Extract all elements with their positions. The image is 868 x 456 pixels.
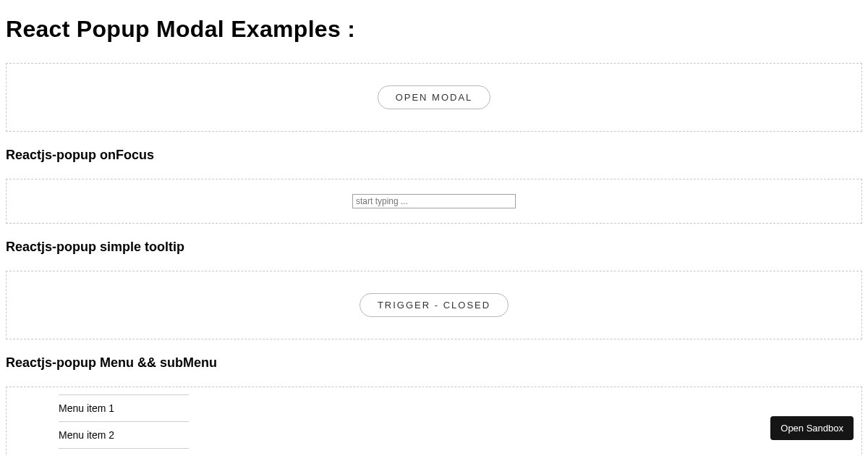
page-title: React Popup Modal Examples : (6, 16, 862, 43)
onfocus-heading: Reactjs-popup onFocus (6, 148, 862, 163)
menu-item[interactable]: Menu item 1 (59, 394, 189, 422)
onfocus-input[interactable] (352, 194, 516, 208)
menu-heading: Reactjs-popup Menu && subMenu (6, 355, 862, 371)
modal-example-box: OPEN MODAL (6, 63, 862, 132)
tooltip-heading: Reactjs-popup simple tooltip (6, 240, 862, 255)
open-modal-button[interactable]: OPEN MODAL (378, 85, 491, 109)
menu-item[interactable]: Menu item 3 (59, 449, 189, 456)
open-sandbox-button[interactable]: Open Sandbox (770, 416, 854, 440)
tooltip-example-box: TRIGGER - CLOSED (6, 271, 862, 339)
menu-list: Menu item 1 Menu item 2 Menu item 3 (59, 394, 189, 456)
menu-item[interactable]: Menu item 2 (59, 422, 189, 449)
menu-example-box: Menu item 1 Menu item 2 Menu item 3 (6, 387, 862, 456)
tooltip-trigger-button[interactable]: TRIGGER - CLOSED (359, 293, 509, 317)
onfocus-example-box (6, 179, 862, 224)
